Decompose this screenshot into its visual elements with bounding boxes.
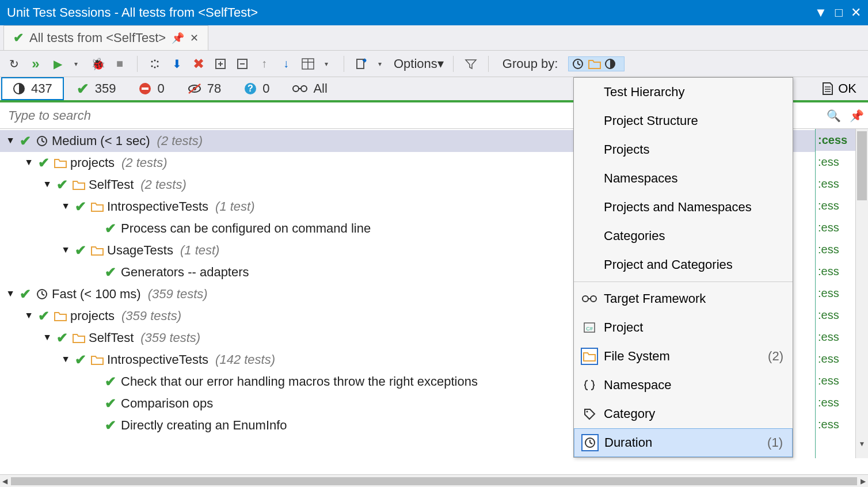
svg-point-0 <box>151 60 153 62</box>
groupby-popup[interactable]: Test HierarchyProject StructureProjectsN… <box>573 77 793 458</box>
window-maximize-icon[interactable]: □ <box>835 5 843 20</box>
import-button[interactable]: ⬇ <box>169 56 185 72</box>
remove-button[interactable]: ✖ <box>191 56 207 72</box>
layout-dropdown[interactable]: ▾ <box>318 56 334 72</box>
export-dropdown[interactable]: ▾ <box>372 56 388 72</box>
expand-all-button[interactable] <box>212 56 229 72</box>
scroll-thumb[interactable] <box>857 131 867 200</box>
check-icon: ✔ <box>74 199 87 215</box>
check-icon: ✔ <box>13 31 24 45</box>
separator <box>574 281 793 282</box>
prev-button[interactable]: ↑ <box>256 56 272 72</box>
expand-icon[interactable]: ▲ <box>6 136 15 146</box>
status-total[interactable]: 437 <box>1 77 64 100</box>
layout-button[interactable] <box>300 56 316 72</box>
tree-count: (1 test) <box>215 199 254 214</box>
scroll-down-icon[interactable]: ▼ <box>856 440 868 448</box>
pin-icon[interactable]: 📌 <box>845 109 868 123</box>
tabstrip: ✔ All tests from <SelfTest> 📌 ✕ <box>0 25 868 51</box>
run-dropdown[interactable]: ▾ <box>68 56 84 72</box>
svg-point-27 <box>293 86 299 92</box>
svg-point-28 <box>301 86 307 92</box>
folder-icon <box>91 355 104 365</box>
svg-line-47 <box>590 443 592 444</box>
expand-icon[interactable]: ▲ <box>43 333 52 343</box>
expand-icon[interactable]: ▲ <box>6 289 15 299</box>
tab-session[interactable]: ✔ All tests from <SelfTest> 📌 ✕ <box>3 25 208 50</box>
popup-label: Projects <box>604 142 649 157</box>
run-button[interactable]: ▶ <box>50 56 66 72</box>
result-cell: :cess <box>816 129 855 151</box>
popup-item[interactable]: Projects <box>574 135 793 164</box>
popup-item[interactable]: File System(2) <box>574 342 793 371</box>
clock-icon <box>581 434 599 451</box>
vertical-scrollbar[interactable]: ▲ ▼ <box>855 129 868 458</box>
result-cell: :ess <box>816 370 855 391</box>
options-button[interactable]: Options ▾ <box>394 56 444 72</box>
check-icon: ✔ <box>74 242 87 258</box>
status-total-count: 437 <box>31 81 52 96</box>
next-button[interactable]: ↓ <box>278 56 294 72</box>
link-icon <box>292 84 307 93</box>
groupby-selector[interactable] <box>568 56 625 71</box>
expand-icon[interactable]: ▲ <box>24 311 33 321</box>
refresh-button[interactable]: ↻ <box>6 56 22 72</box>
popup-item[interactable]: Test Hierarchy <box>574 78 793 106</box>
popup-item[interactable]: Project Structure <box>574 106 793 135</box>
svg-rect-21 <box>142 87 149 90</box>
tree-label: SelfTest <box>89 330 134 345</box>
svg-point-4 <box>154 66 156 68</box>
popup-item[interactable]: Duration(1) <box>574 428 793 457</box>
skip-icon <box>188 83 201 94</box>
status-skipped[interactable]: 78 <box>176 77 233 100</box>
status-failed[interactable]: 0 <box>127 77 176 100</box>
tree-count: (2 tests) <box>121 155 167 170</box>
tree-label: Check that our error handling macros thr… <box>121 374 478 389</box>
track-button[interactable] <box>147 56 163 72</box>
link-icon <box>581 290 598 307</box>
folder-icon <box>54 311 67 321</box>
svg-point-39 <box>583 296 588 302</box>
popup-item[interactable]: Project and Categories <box>574 250 793 279</box>
expand-icon[interactable]: ▲ <box>61 245 70 256</box>
expand-icon[interactable]: ▲ <box>43 180 52 190</box>
expand-icon[interactable]: ▲ <box>24 158 33 168</box>
export-button[interactable] <box>353 56 370 72</box>
close-icon[interactable]: ✕ <box>190 32 199 44</box>
popup-item[interactable]: Categories <box>574 222 793 250</box>
search-icon[interactable]: 🔍 <box>822 109 845 123</box>
status-unknown[interactable]: ? 0 <box>233 77 281 100</box>
tree-label: UsageTests <box>107 243 173 258</box>
popup-item[interactable]: Target Framework <box>574 284 793 313</box>
svg-line-35 <box>42 141 44 142</box>
debug-button[interactable]: 🐞 <box>90 56 106 72</box>
expand-icon[interactable]: ▲ <box>61 201 70 212</box>
popup-item[interactable]: Category <box>574 400 793 428</box>
run-all-button[interactable]: » <box>28 56 44 72</box>
window-menu-icon[interactable]: ▼ <box>814 5 827 20</box>
scroll-thumb[interactable] <box>11 477 857 485</box>
popup-item[interactable]: Projects and Namespaces <box>574 193 793 222</box>
popup-item[interactable]: Namespaces <box>574 164 793 193</box>
popup-item[interactable]: C#Project <box>574 313 793 342</box>
filter-button[interactable] <box>463 56 479 72</box>
svg-text:?: ? <box>248 83 253 93</box>
collapse-all-button[interactable] <box>234 56 250 72</box>
tree-label: IntrospectiveTests <box>107 199 208 214</box>
svg-point-44 <box>587 411 588 413</box>
result-column: :cess:ess:ess:ess:ess:ess:ess:ess:ess:es… <box>815 129 855 458</box>
horizontal-scrollbar[interactable]: ◀ ▶ <box>0 474 868 487</box>
expand-icon[interactable]: ▲ <box>61 355 70 365</box>
scroll-left-icon[interactable]: ◀ <box>2 477 7 485</box>
scroll-right-icon[interactable]: ▶ <box>861 477 866 485</box>
result-cell: :ess <box>816 391 855 413</box>
pin-icon[interactable]: 📌 <box>172 32 184 44</box>
titlebar: Unit Test Sessions - All tests from <Sel… <box>0 0 868 25</box>
status-all[interactable]: All <box>281 77 338 100</box>
status-passed[interactable]: ✔ 359 <box>65 77 128 100</box>
window-close-icon[interactable]: ✕ <box>851 5 861 20</box>
stop-button[interactable]: ■ <box>112 56 128 72</box>
popup-item[interactable]: Namespace <box>574 371 793 400</box>
svg-line-38 <box>42 294 44 295</box>
popup-label: Test Hierarchy <box>604 85 685 100</box>
